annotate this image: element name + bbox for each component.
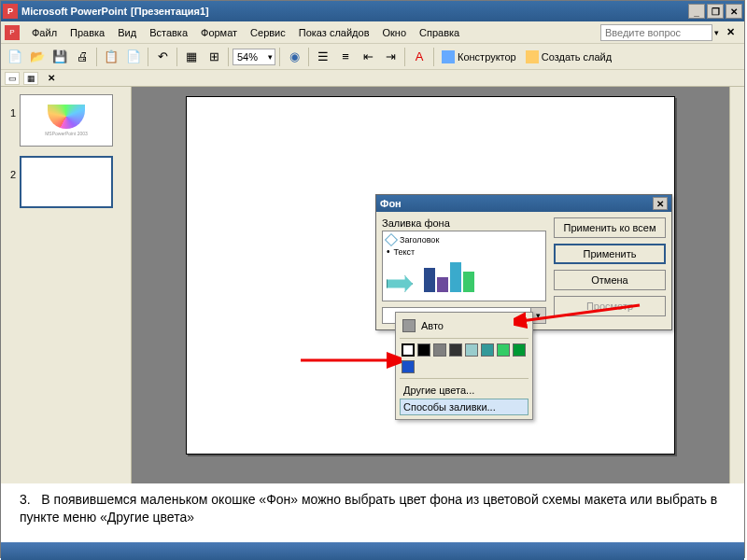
save-icon[interactable]: 💾 xyxy=(49,47,70,67)
restore-button[interactable]: ❐ xyxy=(707,4,724,19)
designer-label: Конструктор xyxy=(458,51,516,63)
grid-icon[interactable]: ⊞ xyxy=(204,47,224,67)
indent-inc-icon[interactable]: ⇥ xyxy=(380,47,401,67)
cancel-button[interactable]: Отмена xyxy=(554,270,666,290)
bar-icon xyxy=(450,262,461,292)
indent-dec-icon[interactable]: ⇤ xyxy=(358,47,378,67)
menu-format[interactable]: Формат xyxy=(194,25,244,40)
bar-icon xyxy=(463,272,474,292)
print-icon[interactable]: 🖨 xyxy=(72,47,92,67)
help-icon[interactable]: ◉ xyxy=(284,47,304,67)
caption-number: 3. xyxy=(20,492,31,507)
dialog-titlebar: Фон ✕ xyxy=(376,195,671,212)
bar-icon xyxy=(424,268,435,292)
instruction-caption: 3. В появившемся маленьком окошке «Фон» … xyxy=(1,483,744,542)
color-swatch[interactable] xyxy=(497,343,510,357)
table-icon[interactable]: ▦ xyxy=(181,47,202,67)
arrow-shape-icon xyxy=(387,275,413,292)
diamond-icon xyxy=(385,233,398,246)
annotation-arrow-1 xyxy=(514,301,644,357)
undo-icon[interactable]: ↶ xyxy=(152,47,173,67)
new-slide-label: Создать слайд xyxy=(542,51,612,63)
open-icon[interactable]: 📂 xyxy=(27,47,48,67)
more-colors-item[interactable]: Другие цвета... xyxy=(400,382,529,399)
separator xyxy=(400,378,529,379)
color-swatch[interactable] xyxy=(402,360,415,373)
new-icon[interactable]: 📄 xyxy=(5,47,25,67)
color-swatch[interactable] xyxy=(433,343,446,357)
slides-tab-icon[interactable]: ▦ xyxy=(23,72,38,85)
panel-close-button[interactable]: ✕ xyxy=(42,73,61,83)
close-button[interactable]: ✕ xyxy=(726,4,742,19)
new-slide-button[interactable]: Создать слайд xyxy=(522,50,615,63)
numbering-icon[interactable]: ≡ xyxy=(335,47,356,67)
thumb-number: 1 xyxy=(5,94,16,119)
color-picker-popup: Авто xyxy=(395,312,533,420)
preview-title-text: Заголовок xyxy=(400,235,439,245)
standard-toolbar: 📄 📂 💾 🖨 📋 📄 ↶ ▦ ⊞ 54% ◉ ☰ ≡ ⇤ ⇥ A Констр… xyxy=(1,44,744,70)
caption-text: В появившемся маленьком окошке «Фон» мож… xyxy=(20,492,717,525)
menu-help[interactable]: Справка xyxy=(413,25,466,40)
font-color-icon[interactable]: A xyxy=(409,47,430,67)
menu-slideshow[interactable]: Показ слайдов xyxy=(292,25,376,40)
bullets-icon[interactable]: ☰ xyxy=(313,47,333,67)
menu-window[interactable]: Окно xyxy=(376,25,414,40)
menu-file[interactable]: Файл xyxy=(25,25,63,40)
new-slide-icon xyxy=(526,50,539,63)
dialog-title: Фон xyxy=(380,198,402,209)
menu-bar: P Файл Правка Вид Вставка Формат Сервис … xyxy=(1,21,744,44)
separator xyxy=(400,338,529,339)
thumb1-graphic xyxy=(48,105,85,129)
thumb1-caption: MSPowerPoint 2003 xyxy=(45,131,88,136)
color-swatch[interactable] xyxy=(417,343,430,357)
color-swatch[interactable] xyxy=(481,343,494,357)
workspace: 1 MSPowerPoint 2003 2 Фон ✕ xyxy=(1,87,744,483)
thumbnail-panel: 1 MSPowerPoint 2003 2 xyxy=(1,87,132,483)
slide-canvas: Фон ✕ Заливка фона Заголовок •Текст xyxy=(132,87,729,483)
color-swatch[interactable] xyxy=(449,343,462,357)
doc-close-button[interactable]: ✕ xyxy=(721,26,740,38)
bullet-icon: • xyxy=(387,246,390,257)
copy-icon[interactable]: 📋 xyxy=(101,47,121,67)
dialog-close-button[interactable]: ✕ xyxy=(653,197,668,210)
color-swatch[interactable] xyxy=(402,343,415,357)
slide-thumbnail-2[interactable] xyxy=(20,156,113,208)
slide-thumbnail-1[interactable]: MSPowerPoint 2003 xyxy=(20,94,113,147)
recent-color-row xyxy=(400,358,529,375)
fill-preview: Заголовок •Текст xyxy=(382,231,546,301)
current-slide[interactable]: Фон ✕ Заливка фона Заголовок •Текст xyxy=(186,96,675,455)
title-bar: P Microsoft PowerPoint [Презентация1] _ … xyxy=(1,1,744,21)
thumb-number: 2 xyxy=(5,156,16,180)
svg-line-0 xyxy=(521,305,640,321)
view-switcher: ▭ ▦ ✕ xyxy=(1,70,744,87)
preview-text: Текст xyxy=(394,247,416,257)
apply-all-button[interactable]: Применить ко всем xyxy=(554,217,666,238)
zoom-combo[interactable]: 54% xyxy=(233,49,275,65)
help-search-input[interactable] xyxy=(600,24,712,41)
title-doc-name: [Презентация1] xyxy=(131,6,209,17)
color-swatch[interactable] xyxy=(465,343,478,357)
title-app-name: Microsoft PowerPoint xyxy=(21,6,127,17)
auto-swatch-icon xyxy=(402,319,416,332)
fill-effects-item[interactable]: Способы заливки... xyxy=(400,399,529,415)
auto-label: Авто xyxy=(421,320,444,331)
menu-edit[interactable]: Правка xyxy=(63,25,111,40)
help-dropdown-icon[interactable]: ▾ xyxy=(712,28,721,37)
zoom-value: 54% xyxy=(237,51,258,63)
menu-tools[interactable]: Сервис xyxy=(244,25,292,40)
vertical-scrollbar[interactable] xyxy=(729,87,744,483)
outline-tab-icon[interactable]: ▭ xyxy=(5,72,20,85)
app-icon: P xyxy=(3,4,18,19)
menu-view[interactable]: Вид xyxy=(111,25,143,40)
minimize-button[interactable]: _ xyxy=(688,4,705,19)
bar-icon xyxy=(437,277,448,292)
apply-button[interactable]: Применить xyxy=(554,244,666,264)
fill-group-label: Заливка фона xyxy=(382,217,546,229)
footer-decoration xyxy=(1,542,744,560)
menu-insert[interactable]: Вставка xyxy=(143,25,194,40)
designer-button[interactable]: Конструктор xyxy=(438,50,520,63)
paste-icon[interactable]: 📄 xyxy=(123,47,144,67)
annotation-arrow-2 xyxy=(299,351,402,370)
auto-color-item[interactable]: Авто xyxy=(400,316,529,335)
scheme-colors-row xyxy=(400,342,529,358)
